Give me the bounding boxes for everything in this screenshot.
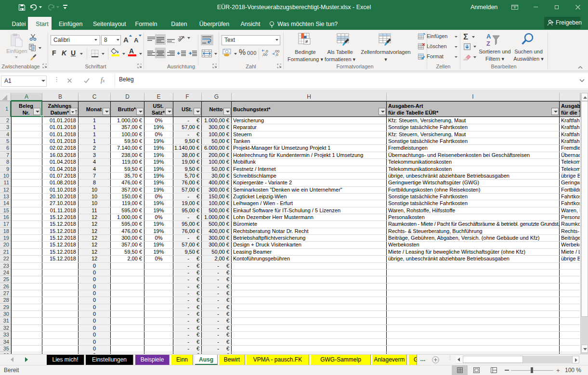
svg-text:,0: ,0 (275, 52, 278, 56)
svg-text:,00: ,00 (262, 52, 268, 56)
svg-text:ab: ab (178, 34, 184, 42)
svg-text:Z: Z (486, 40, 490, 47)
svg-text:≠: ≠ (305, 39, 308, 44)
svg-text:A: A (486, 33, 491, 40)
